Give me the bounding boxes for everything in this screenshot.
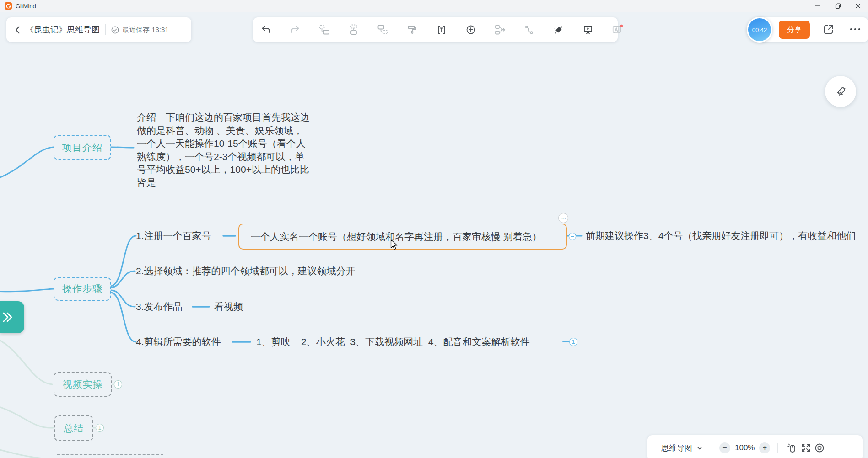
node-project-intro[interactable]: 项目介绍 bbox=[54, 135, 111, 160]
mouse-icon bbox=[787, 442, 798, 453]
zoom-out-label: − bbox=[722, 444, 727, 452]
insert-sibling-node-icon[interactable] bbox=[318, 24, 330, 36]
node-step1[interactable]: 1.注册一个百家号 bbox=[136, 229, 211, 242]
node-summary-label: 总结 bbox=[64, 422, 84, 435]
format-painter-icon[interactable] bbox=[406, 24, 418, 36]
zoom-in-label: + bbox=[763, 444, 767, 452]
fit-screen-button[interactable] bbox=[799, 441, 813, 455]
node-operation-steps-label: 操作步骤 bbox=[62, 282, 102, 295]
focus-view-button[interactable] bbox=[813, 441, 826, 455]
gitmind-logo-icon bbox=[5, 2, 12, 10]
node-summary[interactable]: 总结 bbox=[54, 415, 93, 441]
double-chevron-right-icon bbox=[0, 311, 16, 323]
redo-icon[interactable] bbox=[289, 24, 301, 36]
saved-check-icon bbox=[111, 26, 119, 34]
fit-screen-icon bbox=[800, 442, 811, 453]
canvas-control-bar: 思维导图 − 100% + bbox=[647, 435, 863, 458]
node-intro-paragraph[interactable]: 介绍一下咱们这边的百家项目首先我这边 做的是科普、动物 、美食、娱乐领域， 一个… bbox=[137, 111, 334, 189]
insert-topic-icon[interactable] bbox=[465, 24, 477, 36]
node-project-intro-label: 项目介绍 bbox=[62, 141, 102, 154]
style-beautify-button[interactable] bbox=[825, 76, 856, 107]
close-button[interactable] bbox=[848, 0, 868, 12]
outline-panel-toggle[interactable] bbox=[0, 301, 24, 333]
node-step3-child[interactable]: 看视频 bbox=[214, 300, 243, 313]
zoom-level: 100% bbox=[735, 443, 755, 453]
collapse-toggle[interactable] bbox=[569, 233, 576, 240]
chevron-down-icon bbox=[695, 443, 704, 453]
magic-sticker-icon bbox=[834, 85, 847, 98]
gitmind-window: GitMind bbox=[0, 0, 868, 458]
eye-icon bbox=[814, 442, 825, 453]
map-mode-label: 思维导图 bbox=[661, 443, 692, 453]
node-step1-note[interactable]: 前期建议操作3、4个号（找亲朋好友注册即可），有收益和他们 bbox=[586, 229, 856, 242]
collapsed-count-badge[interactable]: 1 bbox=[569, 338, 577, 346]
collapsed-count-badge[interactable]: 1 bbox=[96, 424, 104, 432]
divider bbox=[777, 443, 778, 453]
document-header-card: 《昆虫记》思维导图 最近保存 13:31 bbox=[6, 17, 191, 42]
undo-icon[interactable] bbox=[260, 24, 272, 36]
share-button-label: 分享 bbox=[787, 25, 802, 35]
summary-node-icon[interactable] bbox=[494, 24, 506, 36]
node-video-practice[interactable]: 视频实操 bbox=[54, 372, 112, 397]
node-step4[interactable]: 4.剪辑所需要的软件 bbox=[136, 336, 221, 348]
timer-value: 00:42 bbox=[752, 27, 767, 33]
more-menu-button[interactable] bbox=[847, 21, 863, 37]
insert-parent-node-icon[interactable] bbox=[348, 24, 360, 36]
back-chevron-icon bbox=[14, 26, 21, 34]
app-title: GitMind bbox=[16, 3, 36, 10]
insert-child-node-icon[interactable] bbox=[377, 24, 389, 36]
map-mode-selector[interactable]: 思维导图 bbox=[661, 443, 704, 453]
divider bbox=[105, 24, 106, 35]
back-button[interactable] bbox=[14, 26, 21, 34]
collapsed-count-badge[interactable]: 1 bbox=[114, 380, 122, 389]
save-status: 最近保存 13:31 bbox=[122, 26, 169, 34]
minimize-button[interactable] bbox=[808, 0, 828, 12]
divider bbox=[712, 443, 712, 453]
text-style-icon[interactable] bbox=[436, 24, 447, 36]
node-video-practice-label: 视频实操 bbox=[63, 378, 103, 391]
export-icon bbox=[823, 23, 835, 35]
restore-button[interactable] bbox=[828, 0, 848, 12]
main-toolbar bbox=[253, 17, 618, 42]
window-titlebar: GitMind bbox=[0, 0, 868, 12]
session-timer[interactable]: 00:42 bbox=[747, 17, 772, 43]
node-step1-detail-selected[interactable]: 一个人实名一个账号（想好领域和名字再注册，百家审核慢 别着急） bbox=[238, 224, 567, 250]
export-button[interactable] bbox=[821, 21, 836, 37]
node-step4-child[interactable]: 1、剪映 2、小火花 3、下载视频网址 4、配音和文案解析软件 bbox=[256, 336, 529, 348]
share-button[interactable]: 分享 bbox=[779, 21, 810, 39]
ai-beautify-icon[interactable] bbox=[553, 24, 565, 36]
presentation-icon[interactable] bbox=[582, 24, 594, 36]
relation-line-icon[interactable] bbox=[523, 24, 535, 36]
node-operation-steps[interactable]: 操作步骤 bbox=[54, 277, 111, 301]
node-step2[interactable]: 2.选择领域：推荐的四个领域都可以，建议领域分开 bbox=[136, 265, 356, 277]
zoom-out-button[interactable]: − bbox=[719, 442, 730, 453]
ai-assistant-icon[interactable] bbox=[611, 24, 623, 36]
collapse-minus-icon bbox=[571, 236, 574, 237]
drag-mode-button[interactable] bbox=[785, 441, 799, 455]
zoom-in-button[interactable]: + bbox=[759, 442, 770, 453]
node-step1-detail-label: 一个人实名一个账号（想好领域和名字再注册，百家审核慢 别着急） bbox=[251, 230, 542, 243]
document-title[interactable]: 《昆虫记》思维导图 bbox=[26, 24, 100, 35]
node-clipped-bottom bbox=[57, 454, 163, 455]
node-menu-badge[interactable]: ⋯ bbox=[558, 213, 568, 223]
node-step3[interactable]: 3.发布作品 bbox=[136, 300, 183, 313]
ellipsis-icon bbox=[849, 27, 861, 31]
